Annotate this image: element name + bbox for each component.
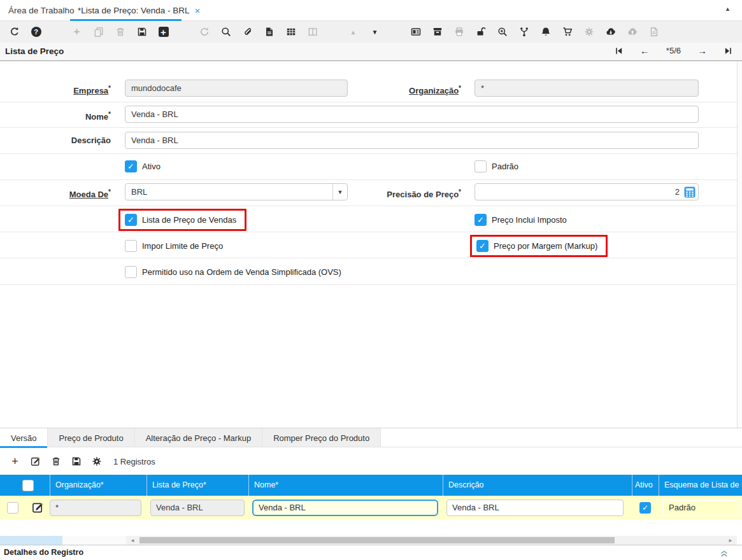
edit-icon[interactable] (30, 456, 41, 467)
tab-lista-de-preco[interactable]: *Lista de Preço: Venda - BRL × (78, 0, 200, 21)
tab-preco-de-produto[interactable]: Preço de Produto (48, 428, 134, 447)
zoom-across-icon[interactable] (497, 27, 508, 38)
delete-row-icon[interactable] (50, 456, 61, 467)
close-tab-icon[interactable]: × (195, 6, 201, 15)
row-descricao-field[interactable]: Venda - BRL (446, 500, 624, 516)
requery-icon[interactable] (199, 27, 210, 38)
previous-record-icon[interactable]: ← (640, 45, 650, 56)
margem-highlight-box: Preço por Margem (Markup) (470, 235, 608, 257)
col-ativo[interactable]: Ativo (632, 475, 659, 496)
chevrons-up-icon[interactable] (719, 548, 729, 558)
delete-icon[interactable] (115, 27, 125, 38)
preco-imposto-checkbox[interactable] (474, 214, 487, 226)
save-icon[interactable] (136, 27, 147, 38)
report-icon[interactable] (264, 27, 275, 38)
vertical-scrollbar[interactable] (737, 61, 742, 428)
tab-area-de-trabalho[interactable]: Área de Trabalho (8, 0, 75, 21)
moeda-combobox[interactable]: BRL ▼ (125, 183, 348, 200)
row-ativo-checkbox[interactable] (639, 502, 651, 514)
grid-toggle-icon[interactable] (285, 27, 296, 38)
csv-import-icon[interactable] (648, 27, 659, 38)
page-title: Lista de Preço (5, 46, 64, 56)
collapse-all-icon[interactable]: ▲ (348, 27, 359, 38)
ativo-checkbox[interactable] (125, 160, 137, 172)
tab-alteracao-de-preco-markup[interactable]: Alteração de Preço - Markup (135, 428, 262, 447)
find-icon[interactable] (220, 27, 231, 38)
row-esquema-field[interactable]: Padrão (662, 500, 740, 516)
col-organizacao[interactable]: Organização* (50, 475, 146, 496)
help-icon[interactable]: ? (31, 27, 41, 38)
ovs-label: Permitido uso na Ordem de Venda Simplifi… (142, 267, 341, 277)
export-icon[interactable] (605, 27, 616, 38)
select-all-header (0, 475, 50, 496)
row-select-checkbox[interactable] (7, 502, 18, 514)
scrollbar-thumb[interactable] (139, 537, 615, 543)
moeda-label[interactable]: Moeda De* (0, 183, 118, 200)
record-details-bar[interactable]: Detalhes do Registro (0, 545, 742, 560)
tab-label: *Lista de Preço: Venda - BRL (78, 6, 190, 15)
attachment-icon[interactable] (242, 27, 253, 38)
lock-icon[interactable] (475, 27, 486, 38)
descricao-field[interactable]: Venda - BRL (125, 132, 699, 149)
lista-vendas-checkbox[interactable] (125, 214, 137, 226)
edit-row-icon[interactable] (32, 501, 44, 514)
row-nome-field[interactable]: Venda - BRL (252, 500, 438, 516)
nome-field[interactable]: Venda - BRL (125, 106, 699, 123)
calculator-icon[interactable] (683, 186, 696, 199)
add-row-icon[interactable]: + (10, 456, 20, 467)
workflow-icon[interactable] (518, 27, 529, 38)
precisao-field[interactable]: 2 (474, 183, 699, 200)
preco-imposto-label: Preço Inclui Imposto (492, 215, 567, 225)
main-toolbar: ? + + ▲ ▼ (0, 21, 742, 43)
select-all-checkbox[interactable] (22, 480, 34, 491)
ovs-checkbox[interactable] (125, 266, 137, 278)
chevron-down-icon[interactable]: ▼ (332, 184, 347, 200)
save-create-new-icon[interactable]: + (158, 27, 169, 38)
row-lista-preco-field[interactable]: Venda - BRL (150, 500, 245, 516)
copy-icon[interactable] (93, 27, 104, 38)
application-window: Área de Trabalho *Lista de Preço: Venda … (0, 0, 742, 560)
margem-label: Preço por Margem (Markup) (494, 241, 597, 251)
margem-checkbox[interactable] (476, 240, 489, 252)
undo-icon[interactable] (9, 27, 20, 38)
row-organizacao-field[interactable]: * (50, 500, 141, 516)
save-row-icon[interactable] (71, 456, 82, 467)
limite-label: Impor Limite de Preço (142, 241, 223, 251)
organizacao-label[interactable]: Organização* (348, 80, 468, 97)
scroll-left-icon[interactable]: ◄ (127, 536, 138, 545)
last-record-icon[interactable] (724, 46, 732, 55)
record-details-label: Detalhes do Registro (4, 548, 83, 557)
col-nome[interactable]: Nome* (248, 475, 443, 496)
print-icon[interactable] (453, 27, 464, 38)
detail-record-icon[interactable] (410, 27, 421, 38)
empresa-field[interactable]: mundodocafe (125, 80, 348, 97)
horizontal-scrollbar[interactable]: ◄ ► (0, 536, 737, 545)
empresa-label[interactable]: Empresa* (0, 80, 118, 97)
notifications-icon[interactable] (540, 27, 551, 38)
archive-icon[interactable] (432, 27, 443, 38)
detail-columns-icon[interactable] (307, 27, 318, 38)
lista-vendas-label: Lista de Preço de Vendas (142, 215, 236, 225)
process-row-icon[interactable] (91, 456, 102, 467)
padrao-checkbox[interactable] (474, 160, 487, 172)
col-lista-de-preco[interactable]: Lista de Preço* (146, 475, 248, 496)
cart-icon[interactable] (562, 27, 573, 38)
organizacao-field[interactable]: * (474, 80, 699, 97)
col-descricao[interactable]: Descrição (443, 475, 632, 496)
expand-all-icon[interactable]: ▼ (369, 27, 380, 38)
limite-item: Impor Limite de Preço (125, 240, 223, 252)
collapse-tabbar-icon[interactable]: ▲ (725, 6, 731, 12)
window-titlebar: Lista de Preço ← *5/6 → (0, 43, 742, 61)
scroll-right-icon[interactable]: ► (725, 536, 736, 545)
new-icon[interactable]: + (71, 27, 82, 38)
tab-versao[interactable]: Versão (0, 428, 48, 447)
col-esquema[interactable]: Esquema de Lista de Pr (659, 475, 742, 496)
first-record-icon[interactable] (615, 46, 624, 55)
table-row[interactable]: * Venda - BRL Venda - BRL Venda - BRL Pa… (0, 496, 742, 519)
process-icon[interactable] (583, 27, 594, 38)
moeda-value: BRL (125, 184, 332, 200)
tab-romper-preco-do-produto[interactable]: Romper Preço do Produto (262, 428, 381, 447)
import-icon[interactable] (627, 27, 638, 38)
next-record-icon[interactable]: → (697, 45, 707, 56)
limite-checkbox[interactable] (125, 240, 137, 252)
